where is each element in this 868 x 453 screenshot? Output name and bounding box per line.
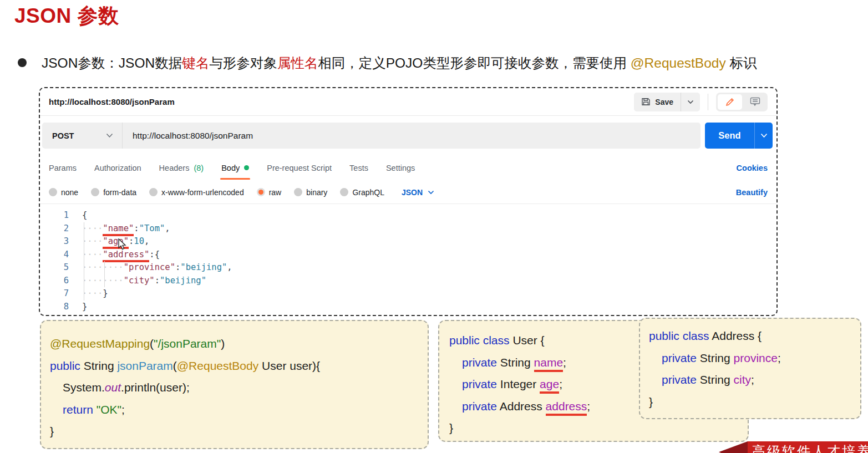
- code-token: Address: [497, 400, 546, 413]
- bullet-icon: [18, 58, 27, 67]
- url-input[interactable]: http://localhost:8080/jsonParam: [123, 131, 253, 141]
- code-line: @RequestMapping("/jsonParam"): [50, 333, 421, 355]
- editor-line-code: ····"age":10,: [69, 235, 149, 248]
- body-mode-binary[interactable]: binary: [294, 188, 327, 197]
- body-mode-graphql[interactable]: GraphQL: [340, 188, 384, 197]
- code-token: "address": [103, 250, 149, 262]
- code-token: province: [734, 352, 778, 364]
- green-dot-icon: [244, 165, 249, 170]
- comment-button[interactable]: [744, 94, 766, 110]
- code-token: String: [497, 356, 534, 369]
- tab-body[interactable]: Body: [221, 155, 249, 181]
- tab-label: Body: [221, 164, 240, 172]
- code-token: }: [103, 288, 108, 298]
- method-label: POST: [52, 131, 74, 140]
- line-number: 2: [40, 222, 69, 236]
- radio-icon: [91, 188, 99, 196]
- line-number: 8: [40, 301, 69, 314]
- code-token: "beijing": [160, 276, 206, 286]
- code-line: }: [449, 417, 741, 439]
- code-token: private: [462, 356, 497, 369]
- radio-icon: [257, 188, 265, 196]
- code-token: :: [175, 262, 180, 272]
- code-token: }: [449, 421, 453, 434]
- tab-headers[interactable]: Headers(8): [159, 155, 204, 181]
- editor-line[interactable]: 7····}: [40, 287, 776, 301]
- editor-line-code: }: [69, 301, 87, 314]
- save-icon: [641, 97, 651, 106]
- tab-params[interactable]: Params: [49, 155, 77, 181]
- code-token: private: [462, 400, 497, 413]
- send-button[interactable]: Send: [705, 123, 773, 149]
- code-line: public String jsonParam(@RequestBody Use…: [50, 355, 421, 377]
- save-button-group: Save: [634, 93, 700, 111]
- editor-line[interactable]: 3····"age":10,: [40, 235, 776, 248]
- save-button[interactable]: Save: [634, 93, 681, 111]
- method-select[interactable]: POST: [42, 131, 122, 140]
- code-token: return: [63, 403, 93, 416]
- editor-line[interactable]: 1{: [40, 209, 776, 222]
- body-mode-none[interactable]: none: [49, 188, 78, 197]
- body-mode-form-data[interactable]: form-data: [91, 188, 136, 197]
- code-token: ····: [82, 236, 103, 246]
- bullet-text: JSON参数：JSON数据键名与形参对象属性名相同，定义POJO类型形参即可接收…: [42, 54, 757, 72]
- save-options-button[interactable]: [681, 93, 700, 111]
- address-class-code: public class Address {private String pro…: [649, 325, 854, 413]
- tab-settings[interactable]: Settings: [386, 155, 415, 181]
- ribbon-fold-icon: [719, 441, 748, 453]
- body-mode-x-www-form-urlencoded[interactable]: x-www-form-urlencoded: [149, 188, 244, 197]
- send-options-button[interactable]: [754, 123, 773, 149]
- editor-line[interactable]: 5········"province":"beijing",: [40, 261, 776, 274]
- beautify-link[interactable]: Beautify: [736, 188, 768, 197]
- format-select[interactable]: JSON: [402, 188, 434, 197]
- code-token: ,: [165, 223, 170, 233]
- code-token: ;: [121, 403, 125, 416]
- code-token: :: [155, 276, 160, 286]
- editor-line[interactable]: 4····"address":{: [40, 248, 776, 262]
- tab-authorization[interactable]: Authorization: [94, 155, 141, 181]
- body-mode-raw[interactable]: raw: [257, 188, 282, 197]
- code-token: public: [50, 359, 80, 372]
- code-token: "name": [103, 223, 134, 236]
- code-token: private: [662, 373, 697, 386]
- cookies-link[interactable]: Cookies: [737, 164, 768, 172]
- code-token: }: [649, 395, 653, 408]
- chevron-down-icon: [428, 190, 434, 195]
- request-header-bar: http://localhost:8080/jsonParam Save: [40, 88, 776, 116]
- code-line: }: [50, 420, 421, 442]
- tab-pre-request-script[interactable]: Pre-request Script: [267, 155, 332, 181]
- slide-page: JSON 参数 JSON参数：JSON数据键名与形参对象属性名相同，定义POJO…: [0, 0, 868, 453]
- editor-line-code: {: [69, 209, 87, 222]
- editor-line-code: ········"province":"beijing",: [69, 261, 232, 274]
- code-token: "city": [124, 276, 155, 286]
- editor-line[interactable]: 2····"name":"Tom",: [40, 222, 776, 236]
- tab-label: Params: [49, 164, 77, 172]
- mouse-cursor-icon: [118, 238, 127, 251]
- ribbon-text: 高级软件人才培养: [748, 441, 868, 453]
- code-token: city: [734, 373, 752, 386]
- body-mode-label: x-www-form-urlencoded: [161, 188, 244, 197]
- body-mode-label: form-data: [103, 188, 136, 197]
- editor-line[interactable]: 8}: [40, 301, 776, 314]
- save-button-label: Save: [655, 98, 673, 106]
- tab-tests[interactable]: Tests: [349, 155, 368, 181]
- bullet-segment: 键名: [182, 55, 209, 70]
- code-token: public class: [449, 334, 510, 347]
- page-title: JSON 参数: [14, 2, 119, 30]
- code-token: private: [662, 352, 697, 364]
- indent-guide: [84, 222, 84, 301]
- code-token: address: [546, 400, 587, 416]
- code-token: ;: [751, 373, 754, 386]
- code-token: Integer: [497, 378, 540, 390]
- body-mode-label: raw: [269, 188, 282, 197]
- code-token: String: [697, 373, 734, 386]
- json-body-editor[interactable]: 1{2····"name":"Tom",3····"age":10,4····"…: [40, 203, 776, 317]
- code-token: :: [149, 250, 154, 259]
- editor-line[interactable]: 6········"city":"beijing": [40, 274, 776, 288]
- edit-button[interactable]: [718, 94, 742, 110]
- code-token: String: [80, 359, 118, 372]
- controller-code-box: @RequestMapping("/jsonParam")public Stri…: [40, 320, 429, 449]
- line-number: 4: [40, 248, 69, 262]
- footer-ribbon: 高级软件人才培养: [719, 441, 868, 453]
- editor-line-code: ········"city":"beijing": [69, 274, 206, 288]
